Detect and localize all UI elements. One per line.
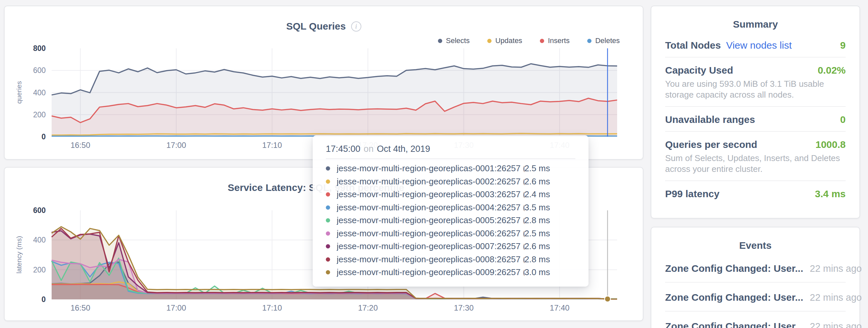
- node-color-dot-icon: [326, 218, 330, 223]
- y-tick-label: 400: [9, 88, 46, 98]
- events-card: Events Zone Config Changed: User... 22 m…: [651, 227, 860, 328]
- y-tick-label: 200: [9, 110, 46, 120]
- x-tick-label: 17:20: [345, 303, 391, 313]
- node-color-dot-icon: [326, 166, 330, 171]
- summary-row-p99: P99 latency 3.4 ms: [665, 181, 846, 199]
- info-icon[interactable]: i: [351, 21, 361, 32]
- x-tick-label: 17:40: [536, 303, 583, 313]
- tooltip-row: jesse-movr-multi-region-georeplicas-0001…: [326, 162, 576, 175]
- tooltip-row: jesse-movr-multi-region-georeplicas-0008…: [326, 253, 576, 266]
- y-tick-label: 0: [9, 294, 46, 304]
- qps-value: 1000.8: [815, 139, 846, 150]
- event-row[interactable]: Zone Config Changed: User... 22 mins ago: [665, 283, 846, 311]
- event-row[interactable]: Zone Config Changed: User... 22 mins ago: [665, 311, 846, 328]
- x-tick-label: 17:10: [249, 303, 295, 313]
- summary-row-unavailable-ranges: Unavailable ranges 0: [665, 107, 846, 132]
- tooltip-conjunction: on: [364, 144, 373, 154]
- x-tick-label: 17:30: [441, 303, 487, 313]
- sql-chart-legend: Selects Updates Inserts Deletes: [438, 36, 620, 45]
- tooltip-node-value: 3.0 ms: [524, 267, 576, 277]
- selects-dot-icon: [438, 39, 442, 43]
- tooltip-node-value: 2.5 ms: [524, 228, 576, 239]
- event-time: 22 mins ago: [810, 321, 862, 328]
- total-nodes-value: 9: [840, 40, 846, 51]
- y-tick-label: 600: [9, 65, 46, 75]
- node-color-dot-icon: [326, 270, 330, 274]
- tooltip-node-value: 2.6 ms: [524, 241, 576, 252]
- legend-item-inserts[interactable]: Inserts: [540, 36, 569, 45]
- chart-title: SQL Queries: [286, 21, 346, 32]
- qps-label: Queries per second: [665, 139, 757, 150]
- event-time: 22 mins ago: [810, 292, 862, 303]
- y-tick-label: 800: [9, 43, 46, 53]
- inserts-dot-icon: [540, 39, 544, 43]
- y-tick-label: 400: [9, 235, 46, 245]
- event-row[interactable]: Zone Config Changed: User... 22 mins ago: [665, 254, 846, 283]
- summary-row-qps: Queries per second 1000.8 Sum of Selects…: [665, 132, 846, 181]
- node-color-dot-icon: [326, 257, 330, 262]
- legend-item-deletes[interactable]: Deletes: [587, 36, 620, 45]
- updates-dot-icon: [487, 39, 492, 43]
- capacity-used-value: 0.02%: [818, 65, 846, 76]
- tooltip-node-name: jesse-movr-multi-region-georeplicas-0008…: [337, 254, 524, 265]
- tooltip-node-value: 3.5 ms: [524, 202, 576, 212]
- tooltip-row: jesse-movr-multi-region-georeplicas-0006…: [326, 227, 576, 240]
- sql-queries-header: SQL Queries i: [5, 21, 643, 32]
- legend-item-updates[interactable]: Updates: [487, 36, 522, 45]
- tooltip-node-name: jesse-movr-multi-region-georeplicas-0004…: [337, 202, 524, 212]
- tooltip-header: 17:45:00 on Oct 4th, 2019: [326, 135, 576, 159]
- summary-row-capacity: Capacity Used 0.02% You are using 593.0 …: [665, 58, 846, 107]
- y-tick-label: 600: [9, 205, 46, 215]
- qps-description: Sum of Selects, Updates, Inserts, and De…: [665, 153, 846, 174]
- event-title: Zone Config Changed: User...: [665, 292, 803, 303]
- chart-hover-tooltip: 17:45:00 on Oct 4th, 2019 jesse-movr-mul…: [313, 135, 589, 287]
- summary-body: Total Nodes View nodes list 9 Capacity U…: [651, 33, 860, 199]
- p99-latency-value: 3.4 ms: [815, 188, 846, 199]
- view-nodes-list-link[interactable]: View nodes list: [726, 40, 792, 51]
- tooltip-row: jesse-movr-multi-region-georeplicas-0003…: [326, 188, 576, 201]
- unavailable-ranges-value: 0: [840, 114, 846, 125]
- tooltip-row: jesse-movr-multi-region-georeplicas-0007…: [326, 240, 576, 253]
- tooltip-node-name: jesse-movr-multi-region-georeplicas-0001…: [337, 163, 524, 173]
- tooltip-node-value: 2.5 ms: [524, 163, 576, 173]
- hover-point-dot: [604, 296, 611, 302]
- tooltip-node-value: 2.8 ms: [524, 215, 576, 226]
- event-title: Zone Config Changed: User...: [665, 263, 803, 274]
- x-tick-label: 17:00: [153, 303, 199, 313]
- deletes-dot-icon: [587, 39, 591, 43]
- summary-title: Summary: [651, 19, 860, 30]
- tooltip-node-value: 2.4 ms: [524, 189, 576, 199]
- tooltip-node-name: jesse-movr-multi-region-georeplicas-0007…: [337, 241, 524, 252]
- tooltip-node-name: jesse-movr-multi-region-georeplicas-0006…: [337, 228, 524, 239]
- tooltip-node-value: 2.8 ms: [524, 254, 576, 265]
- event-time: 22 mins ago: [810, 263, 862, 274]
- tooltip-node-name: jesse-movr-multi-region-georeplicas-0003…: [337, 189, 524, 199]
- y-tick-label: 200: [9, 265, 46, 275]
- cluster-overview-page: SQL Queries i Selects Updates Inserts De…: [0, 0, 868, 328]
- tooltip-row: jesse-movr-multi-region-georeplicas-0002…: [326, 175, 576, 188]
- tooltip-time: 17:45:00: [326, 144, 360, 154]
- capacity-used-description: You are using 593.0 MiB of 3.1 TiB usabl…: [665, 78, 846, 100]
- legend-item-selects[interactable]: Selects: [438, 36, 469, 45]
- unavailable-ranges-label: Unavailable ranges: [665, 114, 755, 125]
- events-body: Zone Config Changed: User... 22 mins ago…: [651, 254, 860, 328]
- x-tick-label: 16:50: [57, 303, 103, 313]
- tooltip-node-name: jesse-movr-multi-region-georeplicas-0009…: [337, 267, 524, 277]
- x-tick-label: 17:10: [249, 141, 295, 150]
- node-color-dot-icon: [326, 192, 330, 197]
- tooltip-row: jesse-movr-multi-region-georeplicas-0005…: [326, 214, 576, 227]
- node-color-dot-icon: [326, 244, 330, 249]
- node-color-dot-icon: [326, 231, 330, 236]
- tooltip-date: Oct 4th, 2019: [377, 144, 430, 154]
- tooltip-node-name: jesse-movr-multi-region-georeplicas-0002…: [337, 176, 524, 187]
- summary-row-total-nodes: Total Nodes View nodes list 9: [665, 33, 846, 58]
- x-tick-label: 17:00: [153, 141, 199, 150]
- total-nodes-label: Total Nodes: [665, 40, 721, 51]
- summary-card: Summary Total Nodes View nodes list 9 Ca…: [651, 6, 860, 219]
- tooltip-rows: jesse-movr-multi-region-georeplicas-0001…: [313, 159, 589, 279]
- events-title: Events: [651, 240, 860, 251]
- p99-latency-label: P99 latency: [665, 188, 719, 199]
- y-tick-label: 0: [9, 132, 46, 142]
- capacity-used-label: Capacity Used: [665, 65, 733, 76]
- x-tick-label: 16:50: [57, 141, 103, 150]
